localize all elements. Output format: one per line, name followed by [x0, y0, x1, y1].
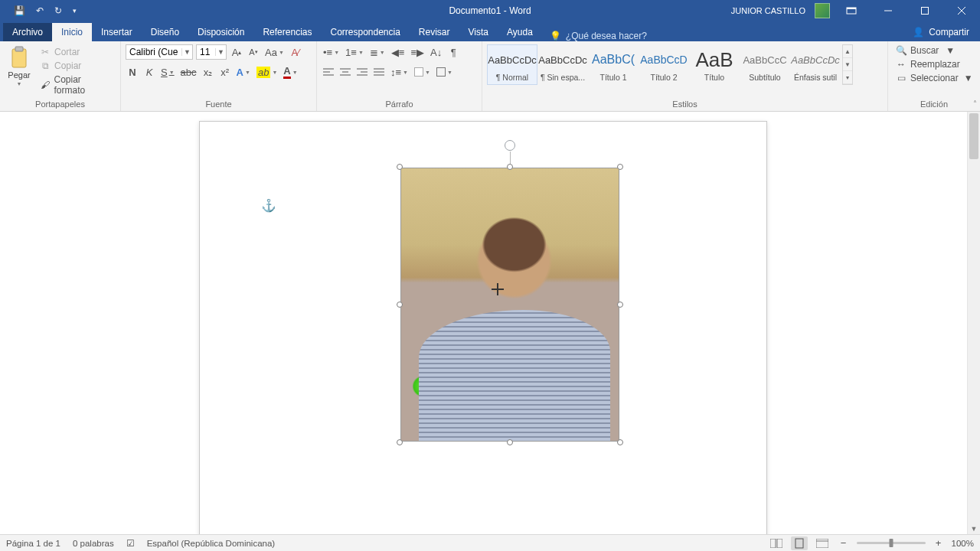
qat-customize-icon[interactable]: ▾ [73, 7, 77, 15]
grow-font-button[interactable]: A▴ [230, 44, 243, 60]
resize-handle-br[interactable] [617, 439, 623, 445]
format-painter-button[interactable]: 🖌Copiar formato [37, 73, 116, 96]
minimize-button[interactable] [873, 0, 903, 21]
close-button[interactable] [946, 0, 977, 21]
underline-button[interactable]: S▼ [159, 64, 176, 80]
style-t-tulo-2[interactable]: AaBbCcDTítulo 2 [639, 44, 689, 85]
clear-formatting-button[interactable]: A⁄ [289, 44, 302, 60]
zoom-thumb[interactable] [889, 539, 893, 547]
style-subt-tulo[interactable]: AaBbCcCSubtítulo [740, 44, 790, 85]
tab-insertar[interactable]: Insertar [92, 23, 142, 41]
anchor-icon[interactable]: ⚓ [261, 198, 276, 213]
style--nfasis-sutil[interactable]: AaBbCcDcÉnfasis sutil [790, 44, 841, 85]
ribbon-display-options-icon[interactable] [836, 0, 867, 21]
show-marks-button[interactable]: ¶ [446, 44, 460, 60]
numbering-button[interactable]: 1≡▼ [344, 44, 365, 60]
resize-handle-tl[interactable] [397, 164, 403, 170]
tab-diseño[interactable]: Diseño [142, 23, 188, 41]
decrease-indent-button[interactable]: ◀≡ [390, 44, 407, 60]
replace-button[interactable]: ↔Reemplazar [893, 58, 963, 70]
borders-button[interactable]: ▼ [435, 64, 454, 80]
sort-button[interactable]: A↓ [429, 44, 443, 60]
line-spacing-button[interactable]: ↕≡▼ [389, 64, 410, 80]
style-t-tulo-1[interactable]: AaBbC(Título 1 [588, 44, 639, 85]
style--normal[interactable]: AaBbCcDc¶ Normal [487, 44, 537, 85]
tab-file[interactable]: Archivo [3, 23, 52, 41]
italic-button[interactable]: K [142, 64, 156, 80]
align-left-button[interactable] [322, 64, 335, 80]
shrink-font-button[interactable]: A▾ [247, 44, 260, 60]
read-mode-button[interactable] [768, 536, 785, 550]
resize-handle-bl[interactable] [397, 439, 403, 445]
save-icon[interactable]: 💾 [14, 5, 25, 16]
undo-icon[interactable]: ↶ [36, 5, 44, 16]
selected-picture[interactable] [400, 168, 619, 442]
print-layout-button[interactable] [791, 536, 808, 550]
resize-handle-t[interactable] [507, 164, 513, 170]
find-button[interactable]: 🔍Buscar▼ [893, 44, 958, 57]
document-area[interactable]: ⚓ ▼ [0, 112, 980, 534]
resize-handle-b[interactable] [507, 439, 513, 445]
font-name-combo[interactable]: ▼ [126, 44, 193, 60]
copy-button[interactable]: ⧉Copiar [37, 60, 116, 72]
highlight-button[interactable]: ab▼ [255, 64, 279, 80]
justify-button[interactable] [372, 64, 386, 80]
paste-button[interactable]: Pegar ▼ [5, 44, 34, 88]
styles-gallery[interactable]: AaBbCcDc¶ NormalAaBbCcDc¶ Sin espa...AaB… [485, 43, 853, 85]
tab-vista[interactable]: Vista [459, 23, 498, 41]
redo-icon[interactable]: ↻ [54, 5, 62, 16]
change-case-button[interactable]: Aa▼ [263, 44, 286, 60]
chevron-down-icon[interactable]: ▼ [215, 48, 226, 56]
align-center-button[interactable] [338, 64, 352, 80]
align-right-button[interactable] [355, 64, 369, 80]
tab-inicio[interactable]: Inicio [52, 23, 92, 41]
zoom-level[interactable]: 100% [952, 539, 974, 548]
text-effects-button[interactable]: A▼ [235, 64, 252, 80]
tab-referencias[interactable]: Referencias [253, 23, 321, 41]
bullets-button[interactable]: •≡▼ [322, 44, 341, 60]
tab-disposición[interactable]: Disposición [188, 23, 253, 41]
font-size-combo[interactable]: ▼ [196, 44, 227, 60]
page[interactable]: ⚓ [199, 121, 767, 534]
font-size-input[interactable] [197, 47, 215, 57]
vertical-scrollbar[interactable]: ▼ [967, 112, 980, 534]
strikethrough-button[interactable]: abc [179, 64, 198, 80]
zoom-out-button[interactable]: − [837, 536, 851, 551]
scrollbar-thumb[interactable] [969, 113, 978, 159]
increase-indent-button[interactable]: ≡▶ [409, 44, 426, 60]
user-avatar[interactable] [815, 3, 830, 18]
status-language[interactable]: Español (República Dominicana) [147, 539, 275, 548]
select-button[interactable]: ▭Seleccionar▼ [893, 72, 976, 84]
tab-revisar[interactable]: Revisar [410, 23, 459, 41]
web-layout-button[interactable] [814, 536, 831, 550]
share-button[interactable]: 👤 Compartir [902, 23, 980, 41]
font-name-input[interactable] [126, 47, 181, 57]
zoom-in-button[interactable]: + [932, 536, 946, 551]
multilevel-button[interactable]: ≣▼ [368, 44, 387, 60]
font-color-button[interactable]: A▼ [282, 64, 299, 80]
collapse-ribbon-icon[interactable]: ˄ [973, 99, 977, 108]
style-t-tulo[interactable]: AaBTítulo [689, 44, 740, 85]
status-page[interactable]: Página 1 de 1 [6, 539, 60, 548]
resize-handle-tr[interactable] [617, 164, 623, 170]
zoom-slider[interactable] [857, 542, 926, 544]
subscript-button[interactable]: x₂ [201, 64, 215, 80]
styles-more-button[interactable]: ▲▼▾ [842, 44, 853, 85]
tab-correspondencia[interactable]: Correspondencia [321, 23, 409, 41]
tell-me[interactable]: 💡 ¿Qué desea hacer? [542, 31, 655, 41]
maximize-button[interactable] [910, 0, 940, 21]
chevron-down-icon[interactable]: ▼ [181, 48, 192, 56]
picture-content[interactable] [400, 168, 619, 442]
cut-button[interactable]: ✂Cortar [37, 46, 116, 58]
status-words[interactable]: 0 palabras [73, 539, 114, 548]
proofing-icon[interactable]: ☑ [126, 538, 135, 549]
resize-handle-r[interactable] [617, 302, 623, 308]
scroll-down-icon[interactable]: ▼ [968, 525, 980, 533]
shading-button[interactable]: ▼ [413, 64, 432, 80]
tab-ayuda[interactable]: Ayuda [498, 23, 542, 41]
bold-button[interactable]: N [126, 64, 139, 80]
resize-handle-l[interactable] [397, 302, 403, 308]
rotate-handle[interactable] [505, 140, 515, 151]
style--sin-espa-[interactable]: AaBbCcDc¶ Sin espa... [537, 44, 588, 85]
superscript-button[interactable]: x² [218, 64, 232, 80]
